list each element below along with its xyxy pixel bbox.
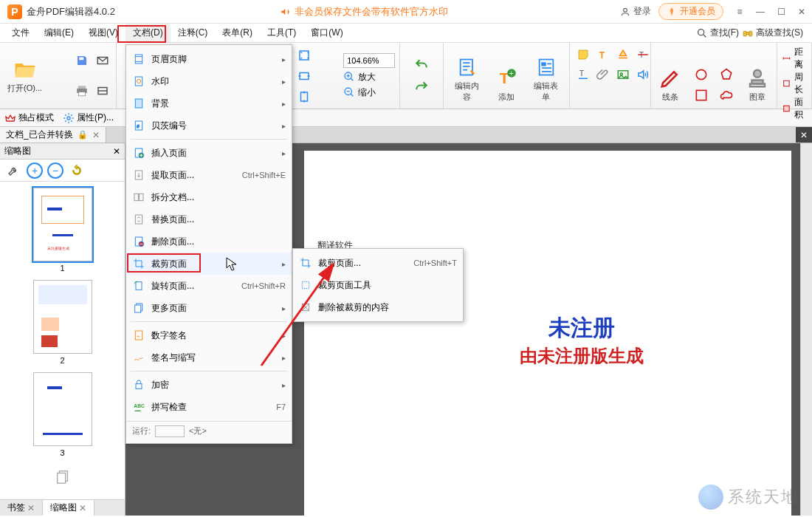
find-button[interactable]: 查找(F) (696, 27, 739, 39)
fit-width-button[interactable] (295, 67, 313, 85)
crop-icon (300, 257, 312, 269)
text-tool[interactable]: T (594, 46, 612, 64)
redo-button[interactable] (413, 78, 430, 96)
thumbnail-1[interactable]: 未注册版生成 1 (33, 188, 92, 273)
minimize-button[interactable]: — (750, 1, 771, 22)
strikeout-tool[interactable]: T (634, 46, 652, 64)
dd-bates[interactable]: #贝茨编号▸ (126, 114, 292, 137)
attach-tool[interactable] (594, 66, 612, 83)
highlight-tool[interactable] (614, 46, 632, 64)
tab-bookmark[interactable]: 书签✕ (0, 500, 43, 516)
dd-insert-page[interactable]: 插入页面▸ (126, 142, 292, 164)
image-tool[interactable] (614, 66, 632, 83)
circle-tool[interactable] (692, 66, 710, 83)
menu-comment[interactable]: 注释(C) (171, 24, 216, 42)
dd-delete-page[interactable]: 删除页面... (126, 230, 292, 253)
polygon-icon (719, 67, 734, 82)
brand-watermark: 系统天地 (698, 485, 799, 510)
dd-run-box[interactable] (155, 425, 185, 437)
fit-page-button[interactable] (295, 47, 313, 64)
underline-tool[interactable]: T (574, 66, 592, 83)
save-button[interactable] (73, 52, 91, 69)
sub-crop-tool[interactable]: 裁剪页面工具 (293, 274, 463, 296)
add-text-icon: T+ (496, 68, 517, 89)
thumb-zoom-in[interactable]: + (27, 162, 43, 179)
print-button[interactable] (73, 82, 91, 100)
text-icon: T (596, 48, 610, 61)
dd-digital-signature[interactable]: 数字签名▸ (126, 324, 292, 346)
menu-tools[interactable]: 工具(T) (260, 24, 303, 42)
dd-crop-page[interactable]: 裁剪页面▸ (126, 253, 292, 275)
area-tool[interactable]: 面积 (782, 96, 807, 121)
note-icon (577, 48, 590, 61)
sub-delete-cropped[interactable]: 删除被裁剪的内容 (293, 296, 463, 318)
svg-point-30 (754, 70, 761, 78)
sound-tool[interactable] (634, 66, 652, 83)
exclusive-mode-button[interactable]: 独占模式 (4, 112, 54, 124)
thumb-rotate[interactable] (68, 162, 86, 179)
open-button[interactable]: 打开(O)... (4, 46, 45, 106)
document-tab[interactable]: 文档_已合并转换 🔒 ✕ (0, 127, 106, 143)
thumbnail-3[interactable]: 3 (33, 372, 92, 457)
dd-encrypt[interactable]: 加密▸ (126, 374, 292, 396)
properties-button[interactable]: 属性(P)... (63, 112, 114, 124)
dd-split-doc[interactable]: 拆分文档... (126, 186, 292, 208)
sidebar-close-button[interactable]: ✕ (113, 146, 120, 157)
zoom-input[interactable] (343, 53, 395, 68)
scan-button[interactable] (94, 82, 111, 100)
advanced-find-button[interactable]: 高级查找(S) (742, 27, 803, 39)
sidebar-options-button[interactable] (4, 162, 22, 179)
sidebar: 缩略图 ✕ + − 未注册版生成 1 2 3 (0, 143, 125, 516)
dd-extract-page[interactable]: 提取页面...Ctrl+Shift+E (126, 164, 292, 186)
vip-button[interactable]: 开通会员 (658, 3, 723, 20)
menu-file[interactable]: 文件 (4, 24, 37, 42)
vertical-scrollbar[interactable] (800, 143, 812, 516)
thumbnail-2[interactable]: 2 (33, 280, 92, 365)
dd-replace-page[interactable]: 替换页面... (126, 208, 292, 230)
dd-header-footer[interactable]: 页眉页脚▸ (126, 48, 292, 70)
svg-text:T: T (579, 69, 585, 78)
menu-document[interactable]: 文档(D) (125, 24, 171, 42)
dd-more-pages[interactable]: 更多页面▸ (126, 297, 292, 319)
dd-rotate-page[interactable]: 旋转页面...Ctrl+Shift+R (126, 275, 292, 297)
mail-button[interactable] (94, 52, 111, 69)
svg-rect-8 (78, 92, 85, 96)
undo-button[interactable] (413, 56, 430, 74)
tab-close-button[interactable]: ✕ (92, 130, 100, 140)
edit-form-button[interactable]: 编辑表单 (527, 54, 565, 104)
add-button[interactable]: T+ 添加 (492, 65, 521, 104)
login-button[interactable]: 登录 (613, 5, 658, 18)
zoom-out-button[interactable]: 缩小 (343, 86, 395, 99)
distance-tool[interactable]: 距离 (782, 46, 807, 71)
stamp-button[interactable]: 图章 (743, 65, 772, 104)
edit-content-button[interactable]: 编辑内容 (448, 54, 486, 104)
note-tool[interactable] (574, 46, 592, 64)
zoom-in-button[interactable]: 放大 (343, 71, 395, 83)
edit-form-icon (536, 57, 557, 78)
lines-button[interactable]: 线条 (656, 65, 685, 104)
dd-sign-abbr[interactable]: 签名与缩写▸ (126, 346, 292, 369)
tab-thumbnail[interactable]: 缩略图✕ (43, 500, 94, 516)
dd-watermark[interactable]: 水印▸ (126, 70, 292, 92)
dd-background[interactable]: 背景▸ (126, 92, 292, 114)
menu-window[interactable]: 窗口(W) (303, 24, 350, 42)
menu-edit[interactable]: 编辑(E) (37, 24, 81, 42)
tabs-close-all[interactable]: ✕ (796, 127, 812, 143)
menu-extra-button[interactable]: ≡ (729, 1, 750, 22)
close-button[interactable]: ✕ (791, 1, 812, 22)
cloud-tool[interactable] (718, 86, 735, 104)
sub-crop-page[interactable]: 裁剪页面...Ctrl+Shift+T (293, 252, 463, 274)
rect-tool[interactable] (692, 86, 710, 104)
document-menu-dropdown: 页眉页脚▸ 水印▸ 背景▸ #贝茨编号▸ 插入页面▸ 提取页面...Ctrl+S… (125, 44, 292, 444)
svg-point-28 (696, 69, 706, 79)
maximize-button[interactable]: ☐ (771, 1, 791, 22)
svg-text:T: T (599, 50, 605, 61)
perimeter-tool[interactable]: 周长 (782, 71, 807, 96)
thumb-zoom-out[interactable]: − (47, 162, 63, 179)
dd-spell-check[interactable]: ABC拼写检查F7 (126, 396, 292, 418)
menu-view[interactable]: 视图(V) (81, 24, 125, 42)
menu-form[interactable]: 表单(R) (215, 24, 260, 42)
polygon-tool[interactable] (718, 66, 735, 83)
svg-text:#: # (137, 124, 140, 129)
fit-height-button[interactable] (295, 88, 313, 106)
